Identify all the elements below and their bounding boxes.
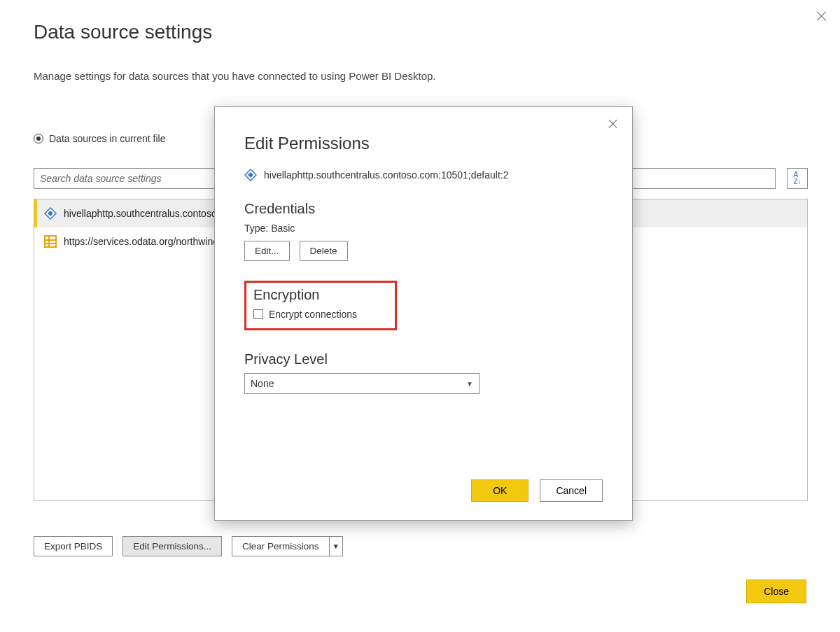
sort-button[interactable]: AZ↓	[787, 168, 808, 189]
svg-rect-5	[46, 241, 48, 243]
close-icon[interactable]	[815, 10, 829, 24]
privacy-level-select[interactable]: None ▼	[244, 373, 479, 394]
chevron-down-icon: ▼	[466, 380, 473, 388]
page-subtitle: Manage settings for data sources that yo…	[34, 70, 436, 82]
clear-permissions-dropdown[interactable]: ▼	[329, 536, 343, 556]
credentials-type: Type: Basic	[244, 223, 603, 234]
checkbox-icon	[253, 309, 263, 319]
encryption-heading: Encryption	[253, 287, 388, 303]
datasource-diamond-icon	[244, 169, 257, 181]
dialog-close-icon[interactable]	[607, 118, 620, 131]
datasource-odata-icon	[44, 235, 57, 248]
export-pbids-button[interactable]: Export PBIDS	[34, 536, 113, 556]
encryption-section-highlight: Encryption Encrypt connections	[244, 281, 397, 330]
svg-rect-4	[50, 237, 55, 239]
svg-rect-6	[50, 241, 55, 243]
edit-permissions-dialog: Edit Permissions hivellaphttp.southcentr…	[214, 106, 633, 521]
svg-rect-3	[46, 237, 48, 239]
datasource-diamond-icon	[44, 207, 57, 220]
sort-az-icon: AZ↓	[793, 171, 801, 185]
scope-radio-label: Data sources in current file	[49, 133, 166, 144]
delete-credentials-button[interactable]: Delete	[300, 241, 348, 261]
close-button[interactable]: Close	[746, 580, 806, 603]
dialog-title: Edit Permissions	[244, 134, 603, 153]
dialog-source-name: hivellaphttp.southcentralus.contoso.com:…	[264, 169, 508, 181]
encrypt-connections-checkbox[interactable]: Encrypt connections	[253, 309, 388, 320]
svg-rect-8	[50, 244, 55, 246]
clear-permissions-button[interactable]: Clear Permissions	[232, 536, 329, 556]
encrypt-connections-label: Encrypt connections	[269, 309, 357, 320]
page-title: Data source settings	[34, 21, 212, 43]
list-item-label: https://services.odata.org/northwind	[64, 236, 218, 247]
credentials-heading: Credentials	[244, 201, 603, 217]
ok-button[interactable]: OK	[471, 479, 528, 502]
scope-radio-current-file[interactable]: Data sources in current file	[34, 133, 166, 144]
edit-credentials-button[interactable]: Edit...	[244, 241, 290, 261]
svg-rect-7	[46, 244, 48, 246]
privacy-level-heading: Privacy Level	[244, 351, 603, 367]
radio-icon	[34, 134, 43, 143]
edit-permissions-button[interactable]: Edit Permissions...	[122, 536, 222, 556]
privacy-level-value: None	[251, 378, 274, 389]
cancel-button[interactable]: Cancel	[540, 479, 603, 502]
